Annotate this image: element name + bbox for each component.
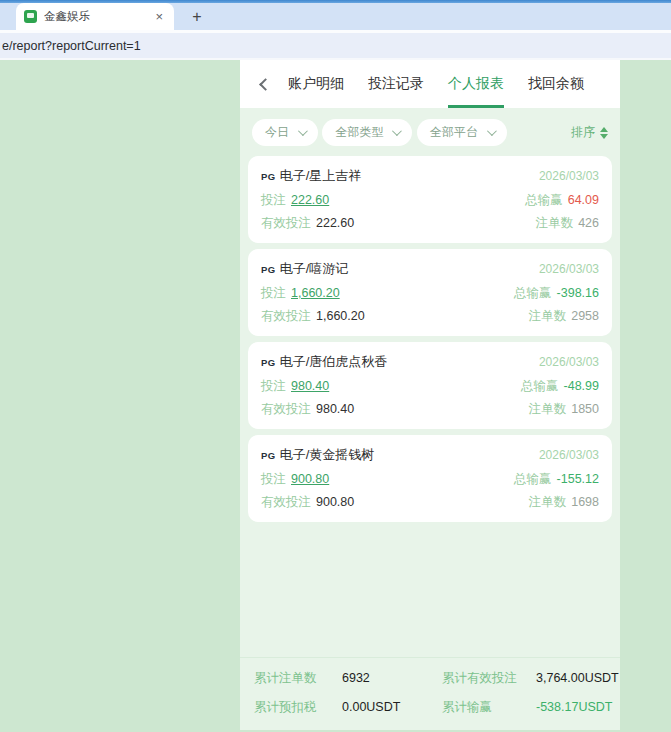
bet-cell: 投注1,660.20 [261, 281, 340, 304]
report-card[interactable]: PG电子/星上吉祥2026/03/03投注222.60总输赢64.09有效投注2… [248, 156, 612, 243]
page-background: 账户明细投注记录个人报表找回余额 今日 全部类型 全部平台 排序 PG电子/星上… [0, 60, 671, 730]
valid-bet-cell: 有效投注1,660.20 [261, 304, 365, 327]
card-row-valid: 有效投注980.40注单数1850 [261, 397, 599, 420]
winloss-value: 64.09 [568, 193, 599, 207]
chevron-down-icon [392, 126, 402, 136]
valid-bet-value: 1,660.20 [316, 309, 365, 323]
game-title: PG电子/唐伯虎点秋香 [261, 351, 387, 374]
bet-cell: 投注980.40 [261, 374, 329, 397]
valid-bet-cell: 有效投注222.60 [261, 211, 354, 234]
card-row-bet: 投注222.60总输赢64.09 [261, 188, 599, 211]
winloss-label: 总输赢 [525, 193, 563, 207]
bet-amount-link[interactable]: 1,660.20 [291, 286, 340, 300]
card-date: 2026/03/03 [539, 444, 599, 466]
summary-value: 3,764.00USDT [536, 671, 619, 685]
card-row-bet: 投注1,660.20总输赢-398.16 [261, 281, 599, 304]
report-card[interactable]: PG电子/唐伯虎点秋香2026/03/03投注980.40总输赢-48.99有效… [248, 342, 612, 429]
report-card[interactable]: PG电子/嘻游记2026/03/03投注1,660.20总输赢-398.16有效… [248, 249, 612, 336]
valid-bet-label: 有效投注 [261, 495, 311, 509]
valid-bet-value: 900.80 [316, 495, 354, 509]
bet-label: 投注 [261, 472, 286, 486]
count-value: 1698 [571, 495, 599, 509]
game-title: PG电子/黄金摇钱树 [261, 444, 374, 467]
valid-bet-cell: 有效投注900.80 [261, 490, 354, 513]
card-row-valid: 有效投注222.60注单数426 [261, 211, 599, 234]
browser-chrome: 金鑫娱乐 × + e/report?reportCurrent=1 [0, 0, 671, 60]
filter-pill-全部平台[interactable]: 全部平台 [417, 119, 507, 146]
summary-footer: 累计注单数6932累计有效投注3,764.00USDT累计预扣税0.00USDT… [240, 657, 620, 730]
valid-bet-label: 有效投注 [261, 216, 311, 230]
new-tab-button[interactable]: + [186, 6, 208, 28]
sort-label: 排序 [571, 124, 595, 141]
bet-amount-link[interactable]: 222.60 [291, 193, 329, 207]
game-name: 电子/嘻游记 [280, 261, 349, 276]
tab-找回余额[interactable]: 找回余额 [528, 60, 584, 108]
valid-bet-label: 有效投注 [261, 402, 311, 416]
back-button[interactable] [252, 60, 278, 108]
game-title: PG电子/嘻游记 [261, 258, 348, 281]
tab-title: 金鑫娱乐 [44, 9, 152, 24]
card-date: 2026/03/03 [539, 351, 599, 373]
filter-pill-label: 全部类型 [335, 124, 383, 141]
tab-账户明细[interactable]: 账户明细 [288, 60, 344, 108]
provider-logo: PG [261, 357, 276, 368]
winloss-cell: 总输赢-398.16 [514, 281, 599, 304]
game-name: 电子/黄金摇钱树 [280, 447, 375, 462]
filter-bar: 今日 全部类型 全部平台 排序 [240, 108, 620, 156]
card-row-title: PG电子/黄金摇钱树2026/03/03 [261, 444, 599, 467]
winloss-cell: 总输赢-48.99 [521, 374, 599, 397]
summary-value: -538.17USDT [536, 700, 619, 714]
summary-value: 6932 [342, 671, 442, 685]
card-row-title: PG电子/嘻游记2026/03/03 [261, 258, 599, 281]
tab-个人报表[interactable]: 个人报表 [448, 60, 504, 108]
filter-pill-label: 今日 [265, 124, 289, 141]
browser-tab[interactable]: 金鑫娱乐 × [16, 3, 174, 30]
count-cell: 注单数426 [536, 211, 599, 234]
summary-value: 0.00USDT [342, 700, 442, 714]
sort-button[interactable]: 排序 [571, 124, 608, 141]
report-card-list: PG电子/星上吉祥2026/03/03投注222.60总输赢64.09有效投注2… [240, 156, 620, 657]
summary-label: 累计注单数 [254, 670, 342, 687]
bet-amount-link[interactable]: 900.80 [291, 472, 329, 486]
card-row-valid: 有效投注900.80注单数1698 [261, 490, 599, 513]
provider-logo: PG [261, 264, 276, 275]
report-body: 今日 全部类型 全部平台 排序 PG电子/星上吉祥2026/03/03投注222… [240, 108, 620, 730]
summary-label: 累计有效投注 [442, 670, 536, 687]
count-cell: 注单数2958 [529, 304, 599, 327]
bet-amount-link[interactable]: 980.40 [291, 379, 329, 393]
chevron-down-icon [298, 126, 308, 136]
summary-label: 累计输赢 [442, 699, 536, 716]
bet-label: 投注 [261, 379, 286, 393]
count-label: 注单数 [529, 402, 567, 416]
report-nav-tabs: 账户明细投注记录个人报表找回余额 [288, 60, 584, 108]
filter-pill-全部类型[interactable]: 全部类型 [322, 119, 412, 146]
provider-logo: PG [261, 450, 276, 461]
valid-bet-label: 有效投注 [261, 309, 311, 323]
report-card[interactable]: PG电子/黄金摇钱树2026/03/03投注900.80总输赢-155.12有效… [248, 435, 612, 522]
winloss-value: -155.12 [557, 472, 599, 486]
count-value: 1850 [571, 402, 599, 416]
game-title: PG电子/星上吉祥 [261, 165, 361, 188]
card-row-title: PG电子/星上吉祥2026/03/03 [261, 165, 599, 188]
valid-bet-cell: 有效投注980.40 [261, 397, 354, 420]
count-value: 426 [578, 216, 599, 230]
count-label: 注单数 [529, 309, 567, 323]
report-panel: 账户明细投注记录个人报表找回余额 今日 全部类型 全部平台 排序 PG电子/星上… [240, 60, 620, 730]
tab-close-icon[interactable]: × [152, 9, 166, 24]
count-label: 注单数 [536, 216, 574, 230]
bet-label: 投注 [261, 286, 286, 300]
card-row-valid: 有效投注1,660.20注单数2958 [261, 304, 599, 327]
card-row-title: PG电子/唐伯虎点秋香2026/03/03 [261, 351, 599, 374]
url-text[interactable]: e/report?reportCurrent=1 [0, 39, 141, 53]
address-bar[interactable]: e/report?reportCurrent=1 [0, 33, 671, 60]
chevron-left-icon [259, 78, 272, 91]
filter-pill-今日[interactable]: 今日 [252, 119, 318, 146]
winloss-value: -398.16 [557, 286, 599, 300]
tab-strip: 金鑫娱乐 × + [0, 3, 671, 30]
bet-cell: 投注222.60 [261, 188, 329, 211]
count-cell: 注单数1850 [529, 397, 599, 420]
winloss-value: -48.99 [564, 379, 599, 393]
card-date: 2026/03/03 [539, 258, 599, 280]
tab-投注记录[interactable]: 投注记录 [368, 60, 424, 108]
report-header: 账户明细投注记录个人报表找回余额 [240, 60, 620, 108]
